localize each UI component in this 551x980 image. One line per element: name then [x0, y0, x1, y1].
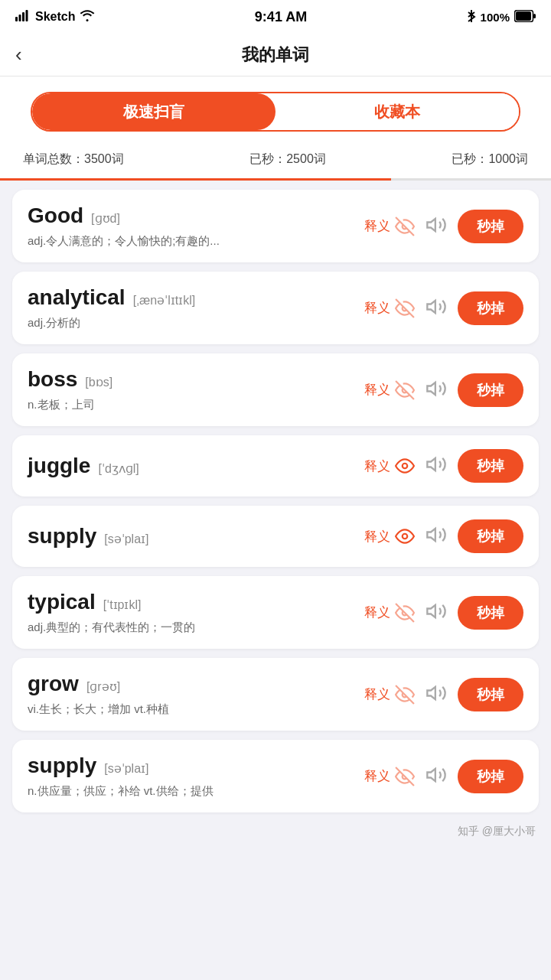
word-card: analytical [ˌænəˈlɪtɪkl] adj.分析的 释义 秒掉: [12, 272, 539, 344]
definition-action[interactable]: 释义: [364, 456, 415, 476]
word-card: juggle [ˈdʒʌɡl] 释义 秒掉: [12, 435, 539, 497]
word-info: boss [bɒs] n.老板；上司: [28, 367, 355, 412]
word-info: grow [ɡrəʊ] vi.生长；长大；增加 vt.种植: [28, 672, 355, 717]
dismiss-button[interactable]: 秒掉: [458, 291, 523, 325]
sound-button[interactable]: [425, 378, 447, 402]
sound-button[interactable]: [425, 454, 447, 478]
carrier-name: Sketch: [35, 10, 75, 24]
word-card: grow [ɡrəʊ] vi.生长；长大；增加 vt.种植 释义 秒掉: [12, 658, 539, 731]
dismiss-button[interactable]: 秒掉: [458, 519, 523, 553]
svg-marker-15: [427, 458, 435, 470]
word-phonetic: [ˈtɪpɪkl]: [103, 597, 142, 612]
word-actions: 释义 秒掉: [364, 210, 523, 243]
svg-rect-7: [533, 14, 536, 18]
dismiss-button[interactable]: 秒掉: [458, 449, 523, 483]
definition-label: 释义: [364, 217, 390, 235]
sound-button[interactable]: [425, 214, 447, 239]
svg-point-14: [403, 464, 408, 469]
sound-button[interactable]: [425, 524, 447, 549]
definition-label: 释义: [364, 767, 390, 785]
tab-quick-scan[interactable]: 极速扫盲: [32, 93, 276, 130]
word-definition: adj.令人满意的；令人愉快的;有趣的...: [28, 233, 355, 249]
definition-action[interactable]: 释义: [364, 298, 415, 318]
tab-switcher: 极速扫盲 收藏本: [31, 92, 520, 132]
word-text: analytical: [28, 285, 126, 310]
word-text: grow: [28, 672, 79, 696]
svg-point-16: [403, 534, 408, 539]
sound-button[interactable]: [425, 296, 447, 321]
word-definition: vi.生长；长大；增加 vt.种植: [28, 701, 355, 717]
mastered-words-stat: 已秒：2500词: [249, 151, 326, 168]
word-phonetic: [ˈdʒʌɡl]: [98, 461, 139, 476]
word-phonetic: [səˈplaɪ]: [104, 532, 148, 546]
svg-marker-21: [427, 686, 435, 698]
sound-button[interactable]: [425, 601, 447, 625]
watermark: 知乎 @厘大小哥: [0, 822, 551, 851]
word-actions: 释义 秒掉: [364, 596, 523, 630]
word-actions: 释义 秒掉: [364, 373, 523, 407]
word-info: typical [ˈtɪpɪkl] adj.典型的；有代表性的；一贯的: [28, 590, 355, 635]
dismiss-button[interactable]: 秒掉: [458, 678, 523, 711]
word-definition: n.老板；上司: [28, 396, 355, 412]
svg-rect-1: [19, 15, 21, 21]
battery-percent: 100%: [481, 11, 510, 24]
svg-rect-6: [516, 11, 531, 21]
definition-action[interactable]: 释义: [364, 380, 415, 400]
word-text: supply: [28, 524, 96, 549]
word-actions: 释义 秒掉: [364, 678, 523, 711]
word-definition: adj.典型的；有代表性的；一贯的: [28, 619, 355, 635]
status-left: Sketch: [15, 9, 95, 24]
word-phonetic: [səˈplaɪ]: [104, 761, 148, 776]
svg-rect-0: [15, 17, 18, 21]
total-words-stat: 单词总数：3500词: [23, 151, 124, 168]
dismiss-button[interactable]: 秒掉: [458, 373, 523, 407]
word-info: supply [səˈplaɪ]: [28, 524, 355, 549]
status-bar: Sketch 9:41 AM 100%: [0, 0, 551, 34]
word-info: juggle [ˈdʒʌɡl]: [28, 454, 355, 478]
tab-favorites[interactable]: 收藏本: [276, 93, 519, 130]
word-text: boss: [28, 367, 77, 392]
definition-label: 释义: [364, 528, 390, 545]
dismiss-button[interactable]: 秒掉: [458, 596, 523, 630]
tab-switcher-wrap: 极速扫盲 收藏本: [0, 77, 551, 144]
definition-action[interactable]: 释义: [364, 603, 415, 623]
word-card: boss [bɒs] n.老板；上司 释义 秒掉: [12, 353, 539, 426]
dismiss-button[interactable]: 秒掉: [458, 210, 523, 243]
definition-label: 释义: [364, 604, 390, 621]
word-text: Good: [28, 203, 83, 228]
status-time: 9:41 AM: [255, 9, 307, 25]
definition-action[interactable]: 释义: [364, 685, 415, 705]
stats-row: 单词总数：3500词 已秒：2500词 已秒：1000词: [0, 144, 551, 178]
word-actions: 释义 秒掉: [364, 449, 523, 483]
word-card: typical [ˈtɪpɪkl] adj.典型的；有代表性的；一贯的 释义 秒…: [12, 576, 539, 649]
definition-label: 释义: [364, 457, 390, 475]
sound-button[interactable]: [425, 682, 447, 707]
definition-action[interactable]: 释义: [364, 767, 415, 786]
word-phonetic: [ɡʊd]: [91, 211, 120, 226]
word-phonetic: [ɡrəʊ]: [86, 679, 120, 694]
word-phonetic: [ˌænəˈlɪtɪkl]: [133, 293, 196, 308]
word-actions: 释义 秒掉: [364, 760, 523, 793]
status-right: 100%: [467, 9, 536, 25]
definition-action[interactable]: 释义: [364, 217, 415, 236]
definition-label: 释义: [364, 381, 390, 399]
word-card: supply [səˈplaɪ] 释义 秒掉: [12, 506, 539, 567]
word-definition: n.供应量；供应；补给 vt.供给；提供: [28, 783, 355, 799]
svg-marker-23: [427, 768, 435, 780]
header: ‹ 我的单词: [0, 34, 551, 77]
battery-icon: [514, 10, 536, 24]
word-card: Good [ɡʊd] adj.令人满意的；令人愉快的;有趣的... 释义 秒掉: [12, 190, 539, 262]
word-text: supply: [28, 754, 96, 778]
definition-action[interactable]: 释义: [364, 526, 415, 546]
word-info: Good [ɡʊd] adj.令人满意的；令人愉快的;有趣的...: [28, 203, 355, 249]
svg-marker-19: [427, 604, 435, 617]
dismiss-button[interactable]: 秒掉: [458, 760, 523, 793]
back-button[interactable]: ‹: [15, 43, 22, 67]
sound-button[interactable]: [425, 764, 447, 789]
word-actions: 释义 秒掉: [364, 519, 523, 553]
remaining-words-stat: 已秒：1000词: [452, 151, 528, 168]
word-card: supply [səˈplaɪ] n.供应量；供应；补给 vt.供给；提供 释义…: [12, 740, 539, 812]
signal-icon: [15, 9, 31, 24]
word-definition: adj.分析的: [28, 314, 355, 330]
word-info: analytical [ˌænəˈlɪtɪkl] adj.分析的: [28, 285, 355, 330]
